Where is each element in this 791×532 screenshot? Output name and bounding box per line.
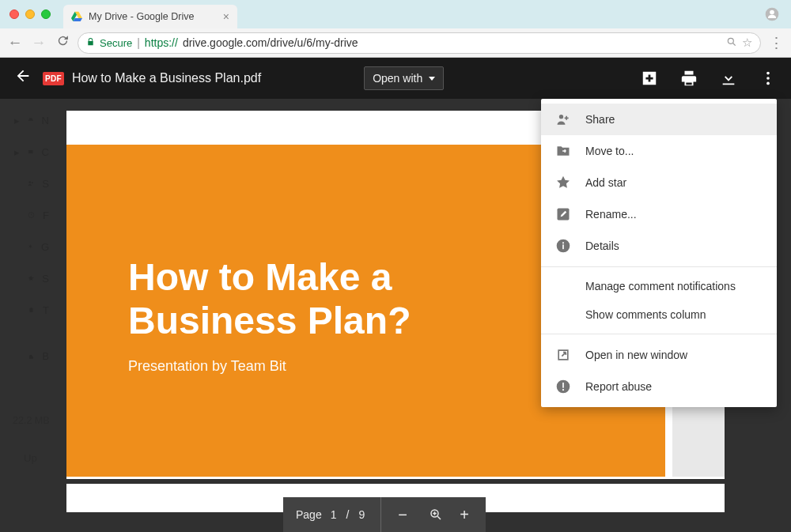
svg-point-12 bbox=[766, 72, 770, 75]
share-icon bbox=[555, 111, 571, 127]
svg-line-16 bbox=[437, 516, 441, 519]
search-in-page-icon[interactable] bbox=[726, 36, 737, 50]
tab-title: My Drive - Google Drive bbox=[89, 11, 194, 22]
menu-label: Report abuse bbox=[585, 380, 652, 393]
open-new-window-icon bbox=[555, 347, 571, 363]
svg-point-5 bbox=[728, 38, 733, 43]
profile-icon[interactable] bbox=[764, 6, 780, 25]
gdrive-favicon bbox=[71, 10, 82, 24]
menu-separator bbox=[541, 334, 777, 334]
browser-titlebar: My Drive - Google Drive × bbox=[0, 0, 791, 28]
close-tab-icon[interactable]: × bbox=[223, 10, 229, 23]
maximize-window-button[interactable] bbox=[41, 9, 51, 19]
folder-move-icon bbox=[555, 143, 571, 159]
svg-point-13 bbox=[766, 77, 770, 80]
zoom-reset-button[interactable] bbox=[419, 507, 452, 522]
menu-show-comments-column[interactable]: Show comments column bbox=[541, 300, 777, 329]
browser-tab[interactable]: My Drive - Google Drive × bbox=[63, 5, 237, 28]
report-icon bbox=[555, 379, 571, 394]
zoom-out-button[interactable]: − bbox=[386, 506, 419, 524]
menu-open-new-window[interactable]: Open in new window bbox=[541, 339, 777, 371]
menu-separator bbox=[541, 266, 777, 267]
menu-label: Move to... bbox=[585, 145, 634, 157]
svg-point-4 bbox=[770, 10, 774, 15]
open-with-label: Open with bbox=[373, 72, 422, 85]
info-icon bbox=[555, 238, 571, 254]
forward-button: → bbox=[30, 34, 47, 51]
menu-rename[interactable]: Rename... bbox=[541, 198, 777, 230]
menu-label: Share bbox=[585, 113, 615, 126]
menu-label: Manage comment notifications bbox=[585, 280, 736, 292]
secure-label: Secure bbox=[100, 37, 132, 49]
back-button[interactable]: ← bbox=[6, 34, 24, 51]
menu-move-to[interactable]: Move to... bbox=[541, 135, 777, 167]
document-title: How to Make a Business Plan.pdf bbox=[72, 71, 261, 85]
open-with-button[interactable]: Open with bbox=[364, 66, 444, 90]
minimize-window-button[interactable] bbox=[25, 9, 35, 19]
svg-point-26 bbox=[562, 389, 564, 391]
svg-point-23 bbox=[562, 242, 564, 243]
menu-label: Details bbox=[585, 240, 619, 252]
svg-rect-25 bbox=[562, 383, 564, 388]
menu-label: Open in new window bbox=[585, 349, 687, 361]
url-protocol: https:// bbox=[145, 36, 178, 49]
menu-manage-comment-notifications[interactable]: Manage comment notifications bbox=[541, 272, 777, 300]
page-sep: / bbox=[342, 508, 354, 521]
back-arrow-button[interactable] bbox=[14, 67, 32, 89]
svg-point-14 bbox=[766, 82, 770, 85]
bookmark-star-icon[interactable]: ☆ bbox=[742, 36, 752, 50]
page-current: 1 bbox=[326, 508, 342, 521]
url-text: drive.google.com/drive/u/6/my-drive bbox=[183, 36, 358, 49]
browser-menu-icon[interactable]: ⋮ bbox=[767, 34, 785, 52]
address-bar-row: ← → Secure | https://drive.google.com/dr… bbox=[0, 28, 791, 58]
svg-rect-22 bbox=[562, 244, 564, 249]
pdf-badge: PDF bbox=[43, 72, 64, 85]
zoom-in-button[interactable]: + bbox=[452, 506, 486, 524]
download-button[interactable] bbox=[720, 70, 737, 87]
dropdown-triangle-icon bbox=[429, 77, 435, 81]
menu-label: Show comments column bbox=[585, 308, 706, 321]
reload-button[interactable] bbox=[54, 34, 71, 51]
add-to-drive-button[interactable] bbox=[641, 70, 658, 87]
page-label: Page bbox=[283, 508, 326, 521]
menu-label: Add star bbox=[585, 176, 626, 189]
address-bar[interactable]: Secure | https://drive.google.com/drive/… bbox=[78, 32, 761, 54]
more-actions-menu: Share Move to... Add star Rename... Deta… bbox=[541, 99, 777, 407]
more-actions-button[interactable] bbox=[759, 70, 777, 87]
svg-point-19 bbox=[559, 115, 563, 119]
page-total: 9 bbox=[354, 508, 376, 521]
menu-details[interactable]: Details bbox=[541, 230, 777, 262]
menu-share[interactable]: Share bbox=[541, 104, 777, 135]
svg-line-6 bbox=[733, 43, 736, 45]
menu-add-star[interactable]: Add star bbox=[541, 167, 777, 198]
menu-report-abuse[interactable]: Report abuse bbox=[541, 371, 777, 402]
print-button[interactable] bbox=[680, 70, 698, 87]
window-controls bbox=[0, 9, 51, 19]
pencil-icon bbox=[555, 206, 571, 222]
page-control: Page 1 / 9 − + bbox=[283, 497, 486, 532]
menu-label: Rename... bbox=[585, 208, 637, 221]
close-window-button[interactable] bbox=[9, 9, 19, 19]
viewer-toolbar: PDF How to Make a Business Plan.pdf Open… bbox=[0, 58, 791, 99]
lock-icon bbox=[86, 37, 95, 49]
star-icon bbox=[555, 175, 571, 191]
